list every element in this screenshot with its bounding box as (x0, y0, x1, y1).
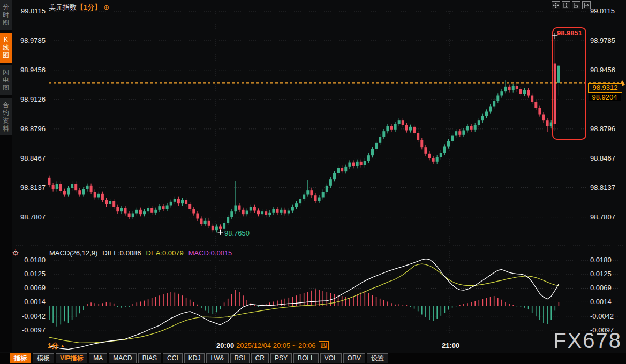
time-range-tooltip: 2025/12/04 20:05 ~ 20:06四 (235, 341, 330, 350)
interval-tag: 【1分】 (77, 3, 101, 11)
candle-body (538, 108, 541, 115)
time-axis-label-21: 21:00 (442, 342, 459, 350)
toolbar-button-模板[interactable]: 模板 (33, 353, 54, 363)
candle-body (557, 66, 560, 83)
symbol-title: 美元指数 (49, 3, 77, 11)
period-selector[interactable]: 1分▲ (48, 341, 65, 351)
candle-body (288, 211, 290, 214)
candle-body (534, 102, 537, 108)
sidebar-tab-4[interactable]: 合 约 资 料 (0, 98, 12, 136)
candle-body (420, 140, 423, 147)
candle-body (59, 184, 62, 191)
candle-body (333, 173, 336, 180)
price-axis-label-right: 98.8796 (590, 125, 615, 133)
toolbar-button-KDJ[interactable]: KDJ (184, 353, 205, 363)
candle-body (188, 204, 191, 209)
candle-body (234, 206, 237, 212)
candle-body (519, 89, 522, 94)
candle-body (124, 208, 127, 214)
candle-body (443, 147, 446, 153)
macd-axis-label-right: 0.0014 (590, 298, 612, 306)
price-axis-label-left: 99.0115 (21, 7, 46, 15)
candle-body (466, 126, 469, 130)
add-indicator-icon[interactable]: ⊕ (103, 3, 109, 11)
candle-body (318, 198, 321, 201)
candle-body (181, 200, 184, 204)
toolbar-button-CCI[interactable]: CCI (163, 353, 183, 363)
spike-highlight-box (553, 28, 586, 139)
candle-body (398, 120, 401, 124)
candle-body (208, 221, 210, 226)
candle-body (158, 206, 161, 210)
candle-body (405, 125, 408, 131)
candle-body (67, 188, 70, 195)
candle-body (82, 189, 85, 195)
sidebar-tab-1[interactable]: 分 时 图 (0, 0, 12, 30)
candle-body (242, 210, 245, 214)
candle-body (508, 87, 511, 90)
toolbar-button-MA[interactable]: MA (89, 353, 107, 363)
scale-horizontal-icon[interactable] (572, 1, 580, 9)
toolbar-button-指标[interactable]: 指标 (10, 353, 31, 363)
candle-body (132, 214, 134, 217)
pan-icon[interactable] (552, 1, 560, 9)
candle-body (341, 168, 343, 172)
high-price-annotation: 98.9851 (557, 29, 582, 37)
price-axis-label-right: 98.7807 (590, 213, 615, 221)
candle-body (291, 207, 294, 211)
macd-axis-label-left: 0.0014 (24, 298, 46, 306)
candle-body (257, 211, 260, 215)
candle-body (485, 112, 488, 116)
toolbar-button-VOL[interactable]: VOL (320, 353, 342, 363)
price-axis-label-left: 98.8796 (20, 125, 46, 133)
macd-dea-value: DEA:0.0079 (146, 249, 184, 257)
macd-header: MACD(26,12,9)DIFF:0.0086DEA:0.0079MACD:0… (49, 249, 237, 257)
candle-body (147, 208, 149, 212)
macd-params-label[interactable]: MACD(26,12,9) (49, 249, 97, 257)
price-axis-label-right: 99.0115 (590, 7, 615, 15)
sidebar-tab-3[interactable]: 闪 电 图 (0, 65, 12, 95)
candle-body (265, 211, 267, 215)
toolbar-button-BOLL[interactable]: BOLL (293, 353, 319, 363)
candle-body (348, 163, 351, 167)
candle-body (253, 207, 256, 211)
candle-body (109, 201, 111, 204)
candle-body (238, 206, 241, 210)
candle-body (496, 96, 499, 101)
candle-body (295, 203, 298, 207)
candle-body (436, 157, 439, 162)
candle-body (150, 208, 153, 213)
sidebar-tab-2[interactable]: K 线 图 (0, 33, 12, 63)
current-price-tag: 98.9312 (588, 83, 622, 93)
macd-axis-label-left: 0.0125 (24, 270, 46, 278)
toolbar-button-PSY[interactable]: PSY (270, 353, 292, 363)
toolbar-button-BIAS[interactable]: BIAS (138, 353, 161, 363)
toolbar-button-OBV[interactable]: OBV (343, 353, 365, 363)
toolbar-button-LW&[interactable]: LW& (206, 353, 228, 363)
candle-body (276, 209, 279, 213)
candle-body (344, 167, 347, 171)
candle-body (371, 149, 374, 156)
toolbar-button-MACD[interactable]: MACD (109, 353, 136, 363)
candle-body (74, 184, 77, 191)
candle-body (394, 124, 397, 130)
toolbar-button-VIP指标[interactable]: VIP指标 (56, 353, 87, 363)
chart-canvas[interactable]: 99.011598.978598.945698.912698.879698.84… (0, 0, 626, 352)
toolbar-button-设置[interactable]: 设置 (367, 353, 388, 363)
brand-watermark: FX678 (553, 329, 622, 353)
candle-body (250, 207, 252, 211)
candle-body (192, 209, 195, 213)
toolbar-button-RSI[interactable]: RSI (230, 353, 250, 363)
candle-body (409, 127, 412, 131)
candle-body (105, 200, 108, 204)
macd-axis-label-right: 0.0125 (590, 270, 612, 278)
candle-body (432, 158, 435, 162)
toolbar-button-CR[interactable]: CR (251, 353, 269, 363)
candle-body (542, 115, 545, 121)
candle-body (200, 219, 203, 224)
shift-right-icon[interactable] (582, 1, 591, 9)
candle-body (314, 195, 317, 201)
candle-body (462, 131, 465, 135)
scale-vertical-icon[interactable] (562, 1, 570, 9)
chart-controls (552, 1, 591, 9)
